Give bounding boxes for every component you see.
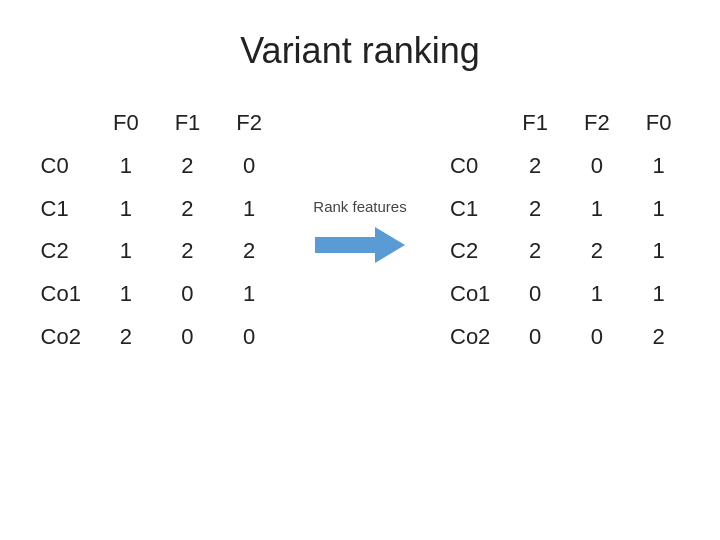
left-table-row: C2 1 2 2 (31, 230, 280, 273)
rank-features-label: Rank features (313, 198, 406, 215)
left-table: F0 F1 F2 C0 1 2 0 C1 1 2 1 C2 1 2 2 Co1 … (31, 102, 280, 359)
left-table-row: C0 1 2 0 (31, 145, 280, 188)
svg-marker-0 (315, 227, 405, 263)
right-row-f2-3: 1 (566, 273, 628, 316)
left-row-label-2: C2 (31, 230, 95, 273)
right-row-f0-4: 2 (628, 316, 690, 359)
right-row-f2-0: 0 (566, 145, 628, 188)
right-header-f0: F0 (628, 102, 690, 145)
left-row-f0-4: 2 (95, 316, 157, 359)
rank-features-arrow-area: Rank features (280, 198, 440, 263)
right-table-row: C2 2 2 1 (440, 230, 689, 273)
left-row-f0-0: 1 (95, 145, 157, 188)
right-row-f0-3: 1 (628, 273, 690, 316)
left-row-f0-3: 1 (95, 273, 157, 316)
page-title: Variant ranking (240, 30, 479, 72)
right-header-f1: F1 (504, 102, 566, 145)
right-row-f0-0: 1 (628, 145, 690, 188)
left-row-label-1: C1 (31, 188, 95, 231)
left-row-f1-3: 0 (157, 273, 219, 316)
left-header-f1: F1 (157, 102, 219, 145)
right-table-row: Co1 0 1 1 (440, 273, 689, 316)
right-header-f2: F2 (566, 102, 628, 145)
left-row-f2-3: 1 (218, 273, 280, 316)
right-row-f1-4: 0 (504, 316, 566, 359)
right-row-label-1: C1 (440, 188, 504, 231)
left-table-row: C1 1 2 1 (31, 188, 280, 231)
left-table-row: Co1 1 0 1 (31, 273, 280, 316)
right-row-f1-0: 2 (504, 145, 566, 188)
left-table-row: Co2 2 0 0 (31, 316, 280, 359)
right-row-label-2: C2 (440, 230, 504, 273)
right-table-row: Co2 0 0 2 (440, 316, 689, 359)
right-table: F1 F2 F0 C0 2 0 1 C1 2 1 1 C2 2 2 1 Co1 … (440, 102, 689, 359)
left-row-label-0: C0 (31, 145, 95, 188)
left-row-f2-2: 2 (218, 230, 280, 273)
right-row-f1-1: 2 (504, 188, 566, 231)
left-row-f0-1: 1 (95, 188, 157, 231)
left-header-f2: F2 (218, 102, 280, 145)
right-row-f2-2: 2 (566, 230, 628, 273)
left-row-label-4: Co2 (31, 316, 95, 359)
left-row-f0-2: 1 (95, 230, 157, 273)
right-row-label-3: Co1 (440, 273, 504, 316)
left-row-f1-4: 0 (157, 316, 219, 359)
left-row-f2-0: 0 (218, 145, 280, 188)
right-table-row: C1 2 1 1 (440, 188, 689, 231)
right-table-row: C0 2 0 1 (440, 145, 689, 188)
right-row-f1-2: 2 (504, 230, 566, 273)
right-row-f2-4: 0 (566, 316, 628, 359)
right-row-label-0: C0 (440, 145, 504, 188)
left-col-empty (31, 102, 95, 145)
left-row-f1-2: 2 (157, 230, 219, 273)
right-row-f0-2: 1 (628, 230, 690, 273)
page: Variant ranking F0 F1 F2 C0 1 2 0 C1 1 (0, 0, 720, 540)
right-row-f2-1: 1 (566, 188, 628, 231)
left-row-f1-1: 2 (157, 188, 219, 231)
left-row-f1-0: 2 (157, 145, 219, 188)
left-row-label-3: Co1 (31, 273, 95, 316)
content-row: F0 F1 F2 C0 1 2 0 C1 1 2 1 C2 1 2 2 Co1 … (31, 102, 690, 359)
left-header-f0: F0 (95, 102, 157, 145)
right-col-empty (440, 102, 504, 145)
left-row-f2-1: 1 (218, 188, 280, 231)
right-row-f1-3: 0 (504, 273, 566, 316)
right-row-label-4: Co2 (440, 316, 504, 359)
rank-features-arrow-icon (315, 227, 405, 263)
right-row-f0-1: 1 (628, 188, 690, 231)
left-row-f2-4: 0 (218, 316, 280, 359)
